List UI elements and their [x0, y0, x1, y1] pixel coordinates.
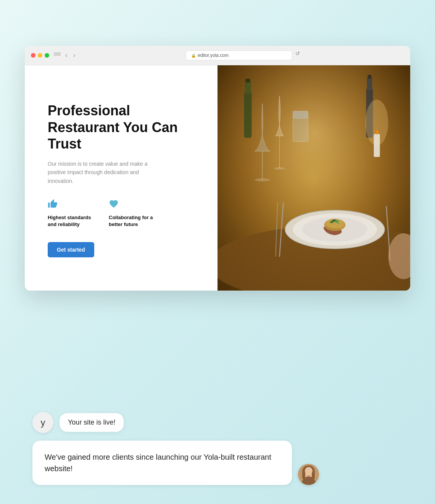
svg-point-40 — [309, 472, 311, 474]
svg-rect-31 — [218, 65, 410, 291]
heart-icon — [109, 199, 155, 211]
svg-point-34 — [304, 468, 313, 478]
address-bar-wrap: 🔒 editor.yola.com ↺ — [82, 50, 404, 60]
website-left-panel: Professional Restaurant You Can Trust Ou… — [25, 65, 218, 291]
close-button[interactable] — [31, 53, 35, 58]
svg-point-38 — [302, 480, 316, 485]
restaurant-image — [218, 65, 410, 291]
traffic-lights — [31, 53, 49, 58]
svg-point-41 — [308, 474, 309, 475]
svg-point-39 — [306, 472, 308, 474]
reload-button[interactable]: ↺ — [295, 50, 300, 60]
maximize-button[interactable] — [45, 53, 49, 58]
user-avatar — [298, 464, 319, 485]
back-button[interactable]: ‹ — [64, 51, 69, 60]
lock-icon: 🔒 — [191, 53, 196, 58]
minimize-button[interactable] — [38, 53, 42, 58]
address-text: editor.yola.com — [198, 53, 229, 58]
get-started-button[interactable]: Get started — [48, 242, 94, 257]
website-right-panel — [218, 65, 410, 291]
browser-window: ‹ › 🔒 editor.yola.com ↺ Professional Res… — [25, 46, 410, 291]
browser-controls: ‹ › — [54, 51, 77, 60]
svg-rect-35 — [302, 470, 305, 479]
website-content: Professional Restaurant You Can Trust Ou… — [25, 65, 410, 291]
hero-title: Professional Restaurant You Can Trust — [48, 102, 198, 152]
testimonial-bubble: We've gained more clients since launchin… — [32, 441, 292, 485]
browser-chrome: ‹ › 🔒 editor.yola.com ↺ — [25, 46, 410, 65]
forward-button[interactable]: › — [72, 51, 77, 60]
feature-item-standards: Highest standards and reliability — [48, 199, 93, 228]
website-description: Our mission is to create value and make … — [48, 160, 155, 185]
svg-rect-37 — [307, 477, 310, 480]
features-row: Highest standards and reliability Collab… — [48, 199, 198, 228]
notification-row: y Your site is live! — [32, 412, 403, 433]
feature-label-collaborating: Collaborating for a better future — [109, 214, 155, 228]
address-bar[interactable]: 🔒 editor.yola.com — [185, 50, 292, 60]
yola-avatar: y — [32, 412, 53, 433]
chat-section: y Your site is live! We've gained more c… — [25, 412, 410, 485]
feature-label-standards: Highest standards and reliability — [48, 214, 93, 228]
feature-item-collaborating: Collaborating for a better future — [109, 199, 155, 228]
svg-point-32 — [298, 464, 319, 485]
testimonial-row: We've gained more clients since launchin… — [32, 441, 403, 485]
sidebar-toggle-icon[interactable] — [54, 53, 61, 58]
svg-rect-36 — [312, 470, 315, 479]
notification-bubble: Your site is live! — [60, 413, 124, 432]
thumbs-up-icon — [48, 199, 93, 211]
